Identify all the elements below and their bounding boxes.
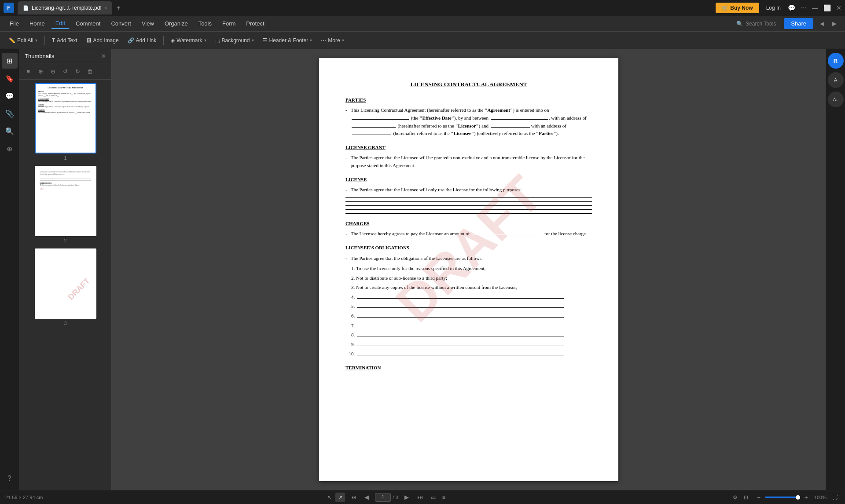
more-button[interactable]: ⋯ More ▾ [317,36,347,45]
pdf-obligation-7 [356,322,592,330]
add-image-button[interactable]: 🖼 Add Image [83,36,122,45]
zoom-slider[interactable] [765,497,800,498]
thumbnails-close-button[interactable]: ✕ [101,53,106,59]
back-arrow[interactable]: ◀ [817,18,827,29]
add-text-button[interactable]: T Add Text [48,36,81,45]
sidebar-icon-bookmarks[interactable]: 🔖 [2,70,18,86]
pdf-obligations-text: The Parties agree that the obligations o… [351,255,592,263]
fit-settings-icon[interactable]: ⚙ [731,493,740,502]
last-page-button[interactable]: ⏭ [415,493,425,502]
sidebar-icon-search[interactable]: 🔍 [2,123,18,139]
pdf-title: LICENSING CONTRACTUAL AGREEMENT [345,80,592,89]
edit-all-button[interactable]: ✏️ Edit All ▾ [5,36,41,45]
pdf-obligation-2: Not to distribute or sub-license to a th… [356,274,592,282]
active-tab[interactable]: 📄 Licensing-Agr...t-Template.pdf × [18,1,112,15]
menu-home[interactable]: Home [25,18,49,29]
pdf-charges-title: CHARGES [345,220,592,228]
right-sidebar-user-icon[interactable]: R [828,53,844,69]
pdf-obligations-title: LICENSEE'S OBLIGATIONS [345,244,592,252]
menu-organize[interactable]: Organize [160,18,192,29]
more-options-icon[interactable]: ⋯ [801,4,807,11]
menu-form[interactable]: Form [218,18,240,29]
sidebar-icon-thumbnails[interactable]: ⊞ [2,53,18,69]
statusbar: 21.59 × 27.94 cm ↖ ↗ ⏮ ◀ / 3 ▶ ⏭ ▭ ≡ ⚙ ⊡… [0,490,845,504]
new-tab-button[interactable]: + [112,2,125,14]
menu-file[interactable]: File [5,18,23,29]
zoom-out-button[interactable]: − [754,493,763,502]
thumbnail-page-1[interactable]: LICENSING CONTRACTUAL AGREEMENT PARTIES … [23,83,108,161]
nav-arrows: ◀ ▶ [817,18,840,29]
menubar: File Home Edit Comment Convert View Orga… [0,16,845,32]
pdf-obligations-bullet: - The Parties agree that the obligations… [345,255,592,263]
menu-comment[interactable]: Comment [71,18,105,29]
pdf-termination-title: TERMINATION [345,364,592,372]
thumb-rotate-right-icon[interactable]: ↻ [72,66,83,77]
thumbnails-list: LICENSING CONTRACTUAL AGREEMENT PARTIES … [19,80,111,490]
prev-page-button[interactable]: ◀ [362,493,371,502]
thumb-menu-icon[interactable]: ≡ [23,66,33,77]
titlebar-right: 🛒 Buy Now Log In 💬 ⋯ — ⬜ ✕ [716,3,841,13]
header-footer-button[interactable]: ☰ Header & Footer ▾ [259,36,316,45]
zoom-in-button[interactable]: + [802,493,811,502]
thumbnail-page-2[interactable]: continuation of agreement terms and cond… [23,166,108,243]
sidebar-icon-attachments[interactable]: 📎 [2,106,18,121]
pdf-viewer[interactable]: DRAFT LICENSING CONTRACTUAL AGREEMENT PA… [112,49,826,490]
chat-icon[interactable]: 💬 [788,4,795,11]
pdf-obligation-5 [356,303,592,310]
tab-filename: Licensing-Agr...t-Template.pdf [32,5,102,11]
right-sidebar-icon3[interactable]: A↓ [828,91,844,107]
next-page-button[interactable]: ▶ [402,493,411,502]
minimize-icon[interactable]: — [812,4,818,11]
menu-edit[interactable]: Edit [51,18,70,29]
tab-bar: 📄 Licensing-Agr...t-Template.pdf × + [18,0,712,16]
fit-page-icon[interactable]: ⊡ [741,493,751,502]
pdf-obligation-1: To use the license only for the reasons … [356,265,592,273]
sidebar-icon-comments[interactable]: 💬 [2,88,18,104]
statusbar-center: ↖ ↗ ⏮ ◀ / 3 ▶ ⏭ ▭ ≡ [48,493,725,502]
sidebar-icon-help[interactable]: ? [2,471,18,486]
share-button[interactable]: Share [784,18,813,29]
menu-view[interactable]: View [137,18,158,29]
forward-arrow[interactable]: ▶ [829,18,840,29]
view-mode-cursor[interactable]: ↖ [325,493,334,502]
thumb-zoom-out-icon[interactable]: ⊖ [48,66,58,77]
add-link-button[interactable]: 🔗 Add Link [124,36,160,45]
login-button[interactable]: Log In [763,3,784,13]
main-layout: ⊞ 🔖 💬 📎 🔍 ⊕ ? Thumbnails ✕ ≡ ⊕ ⊖ ↺ ↻ 🗑 L… [0,49,845,490]
view-mode-icons: ↖ ↗ [325,493,345,502]
buy-now-button[interactable]: 🛒 Buy Now [716,3,759,13]
menu-tools[interactable]: Tools [194,18,216,29]
thumb-rotate-left-icon[interactable]: ↺ [60,66,70,77]
thumb-delete-icon[interactable]: 🗑 [84,66,95,77]
menu-protect[interactable]: Protect [242,18,268,29]
continuous-view[interactable]: ≡ [439,493,448,502]
right-sidebar-icon2[interactable]: A [828,72,844,88]
thumb-page-content-1: LICENSING CONTRACTUAL AGREEMENT PARTIES … [36,84,96,153]
toolbar-separator-2 [163,36,164,45]
single-page-view[interactable]: ▭ [428,493,438,502]
thumb-zoom-in-icon[interactable]: ⊕ [35,66,46,77]
pdf-blank-line-2 [345,201,592,202]
pdf-blank-line-1 [345,197,592,198]
pdf-license-text: The Parties agree that the Licensee will… [351,186,592,194]
tab-close-button[interactable]: × [104,5,107,11]
background-button[interactable]: ⬚ Background ▾ [212,36,257,45]
watermark-button[interactable]: ◈ Watermark ▾ [167,36,209,45]
pdf-license-title: LICENSE [345,176,592,184]
first-page-button[interactable]: ⏮ [349,493,358,502]
sidebar-icon-layers[interactable]: ⊕ [2,141,18,157]
menu-convert[interactable]: Convert [107,18,136,29]
thumbnails-panel: Thumbnails ✕ ≡ ⊕ ⊖ ↺ ↻ 🗑 LICENSING CONTR… [19,49,112,490]
thumbnail-page-3[interactable]: DRAFT 3 [23,248,108,326]
left-icon-sidebar: ⊞ 🔖 💬 📎 🔍 ⊕ ? [0,49,19,490]
view-mode-pointer[interactable]: ↗ [335,493,345,502]
toolbar: ✏️ Edit All ▾ T Add Text 🖼 Add Image 🔗 A… [0,32,845,49]
maximize-icon[interactable]: ⬜ [823,4,831,11]
fullscreen-icon[interactable]: ⛶ [830,493,840,502]
search-tools-button[interactable]: 🔍 Search Tools [732,19,780,29]
pdf-charges-bullet: - The Licensee hereby agrees to pay the … [345,230,592,238]
page-total: 3 [396,495,398,500]
close-icon[interactable]: ✕ [836,4,841,11]
page-number-input[interactable] [375,493,391,502]
fit-icons: ⚙ ⊡ [731,493,751,502]
